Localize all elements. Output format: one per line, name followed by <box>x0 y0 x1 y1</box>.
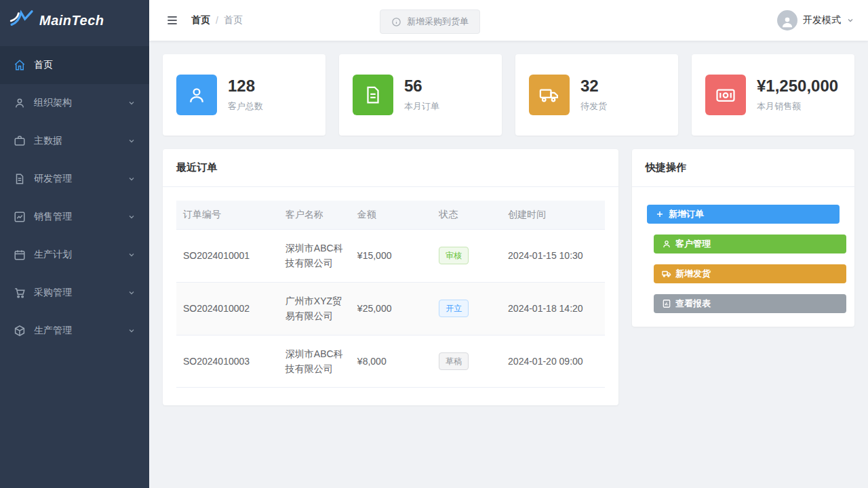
cart-icon <box>14 287 26 299</box>
truck-icon <box>662 269 671 279</box>
quick-actions-body: 新增订单 客户管理 新增发货 <box>632 187 854 327</box>
user-menu[interactable]: 开发模式 <box>777 10 854 30</box>
new-order-button[interactable]: 新增订单 <box>647 205 840 224</box>
stat-value: 32 <box>580 77 607 95</box>
stat-text: 128 客户总数 <box>228 77 263 112</box>
quick-actions-title: 快捷操作 <box>632 149 854 187</box>
stat-text: ¥1,250,000 本月销售额 <box>757 77 838 112</box>
stat-text: 56 本月订单 <box>404 77 439 112</box>
plus-icon <box>655 209 665 219</box>
status-badge: 开立 <box>439 300 469 317</box>
sidebar: MainTech 首页 组织架构 <box>0 0 149 488</box>
box-icon <box>14 325 26 337</box>
sidebar-item-label: 销售管理 <box>34 211 127 223</box>
customers-icon <box>176 75 217 115</box>
breadcrumb: 首页 / 首页 <box>191 14 243 26</box>
main-column: 首页 / 首页 新增采购到货单 开发模式 <box>149 0 868 488</box>
customer-management-label: 客户管理 <box>675 238 711 250</box>
order-status-cell: 审核 <box>432 230 501 283</box>
stat-value: ¥1,250,000 <box>757 77 838 95</box>
breadcrumb-home[interactable]: 首页 <box>191 14 210 26</box>
sidebar-item-label: 组织架构 <box>34 97 127 109</box>
stat-label: 本月销售额 <box>757 100 838 113</box>
recent-orders-panel: 最近订单 订单编号 客户名称 金额 状态 创建时间 <box>163 149 618 405</box>
column-header-amount: 金额 <box>351 201 432 230</box>
stat-text: 32 待发货 <box>580 77 607 112</box>
sidebar-item-organization[interactable]: 组织架构 <box>0 84 149 122</box>
order-customer: 深圳市ABC科技有限公司 <box>279 335 351 388</box>
topbar: 首页 / 首页 新增采购到货单 开发模式 <box>149 0 868 41</box>
new-shipment-label: 新增发货 <box>675 268 711 280</box>
sidebar-item-label: 采购管理 <box>34 287 127 299</box>
view-reports-label: 查看报表 <box>675 298 711 310</box>
chevron-down-icon <box>127 213 136 221</box>
quick-actions-panel: 快捷操作 新增订单 客户管理 <box>632 149 854 327</box>
sidebar-item-production-plan[interactable]: 生产计划 <box>0 236 149 274</box>
sidebar-item-label: 生产计划 <box>34 249 127 261</box>
status-badge: 草稿 <box>439 352 469 370</box>
order-customer: 深圳市ABC科技有限公司 <box>279 230 351 283</box>
sidebar-item-rd-management[interactable]: 研发管理 <box>0 160 149 198</box>
stat-card-pending-shipment: 32 待发货 <box>515 54 678 136</box>
sidebar-item-label: 生产管理 <box>34 325 127 337</box>
chevron-down-icon <box>127 251 136 259</box>
sidebar-item-master-data[interactable]: 主数据 <box>0 122 149 160</box>
stats-row: 128 客户总数 56 本月订单 <box>163 54 854 136</box>
customer-management-button[interactable]: 客户管理 <box>654 235 846 253</box>
stat-card-monthly-orders: 56 本月订单 <box>339 54 502 136</box>
sidebar-item-procurement[interactable]: 采购管理 <box>0 274 149 312</box>
user-icon <box>14 97 26 109</box>
view-reports-button[interactable]: 查看报表 <box>654 294 846 313</box>
panels-row: 最近订单 订单编号 客户名称 金额 状态 创建时间 <box>163 149 854 405</box>
sidebar-item-label: 主数据 <box>34 135 127 147</box>
sidebar-item-sales-management[interactable]: 销售管理 <box>0 198 149 236</box>
column-header-created: 创建时间 <box>501 201 605 230</box>
stat-value: 128 <box>228 77 263 95</box>
brand-logo-icon <box>9 9 35 31</box>
info-icon <box>391 17 401 27</box>
chevron-down-icon <box>127 327 136 335</box>
recent-orders-body: 订单编号 客户名称 金额 状态 创建时间 SO2024010001 <box>163 187 618 405</box>
new-order-label: 新增订单 <box>669 208 704 220</box>
order-customer: 广州市XYZ贸易有限公司 <box>279 282 351 335</box>
dashboard-content: 128 客户总数 56 本月订单 <box>149 41 868 488</box>
stat-label: 待发货 <box>580 100 607 113</box>
user-icon <box>662 239 671 249</box>
chevron-down-icon <box>127 137 136 145</box>
chevron-down-icon <box>846 16 854 24</box>
chevron-down-icon <box>127 289 136 297</box>
order-amount: ¥25,000 <box>351 282 432 335</box>
chevron-down-icon <box>127 175 136 183</box>
order-id: SO2024010001 <box>176 230 279 283</box>
hamburger-menu-icon[interactable] <box>165 14 179 27</box>
column-header-customer: 客户名称 <box>279 201 351 230</box>
table-row: SO2024010001 深圳市ABC科技有限公司 ¥15,000 审核 202… <box>176 230 605 283</box>
order-created: 2024-01-15 10:30 <box>501 230 605 283</box>
sidebar-item-home[interactable]: 首页 <box>0 46 149 84</box>
orders-table: 订单编号 客户名称 金额 状态 创建时间 SO2024010001 <box>176 201 605 388</box>
order-status-cell: 草稿 <box>432 335 501 388</box>
calendar-icon <box>14 249 26 261</box>
status-badge: 审核 <box>439 247 469 264</box>
table-row: SO2024010002 广州市XYZ贸易有限公司 ¥25,000 开立 202… <box>176 282 605 335</box>
stat-value: 56 <box>404 77 439 95</box>
orders-icon <box>353 75 393 115</box>
order-created: 2024-01-18 14:20 <box>501 282 605 335</box>
sidebar-item-production-management[interactable]: 生产管理 <box>0 312 149 350</box>
sidebar-item-label: 首页 <box>34 59 136 71</box>
new-purchase-arrival-button[interactable]: 新增采购到货单 <box>380 9 480 34</box>
sales-icon <box>705 75 746 115</box>
order-status-cell: 开立 <box>432 282 501 335</box>
sidebar-nav: 首页 组织架构 主数据 <box>0 41 149 350</box>
stat-card-monthly-sales: ¥1,250,000 本月销售额 <box>692 54 854 136</box>
order-amount: ¥8,000 <box>351 335 432 388</box>
table-row: SO2024010003 深圳市ABC科技有限公司 ¥8,000 草稿 2024… <box>176 335 605 388</box>
brand-name: MainTech <box>39 13 104 28</box>
recent-orders-title: 最近订单 <box>163 149 618 187</box>
brand-logo: MainTech <box>0 0 149 41</box>
order-id: SO2024010002 <box>176 282 279 335</box>
user-mode-label: 开发模式 <box>803 14 841 26</box>
briefcase-icon <box>14 135 26 147</box>
new-shipment-button[interactable]: 新增发货 <box>654 264 846 283</box>
app-root: MainTech 首页 组织架构 <box>0 0 868 488</box>
